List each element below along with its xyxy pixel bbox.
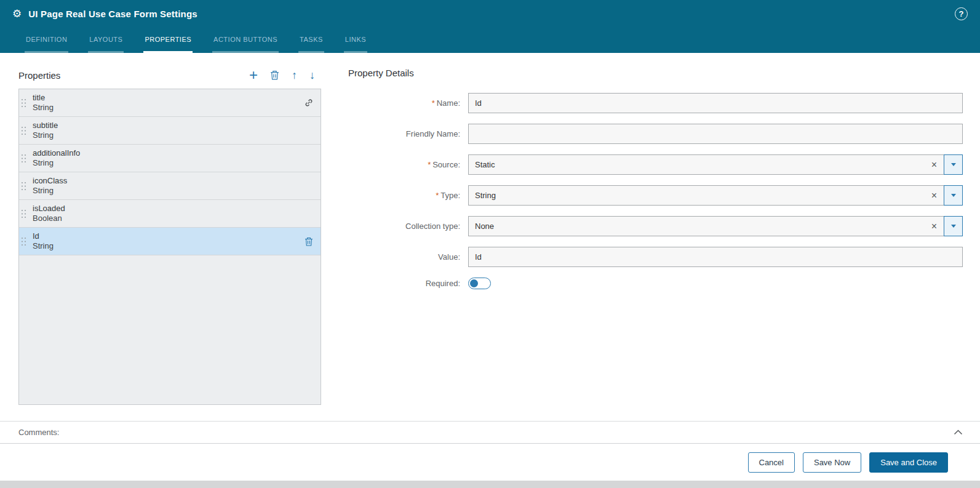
name-label: Name: <box>437 98 460 108</box>
action-bar: Cancel Save Now Save and Close <box>0 444 980 481</box>
main-content: Properties + ↑ ↓ title <box>0 53 980 421</box>
chevron-down-icon <box>951 163 956 166</box>
move-down-button[interactable]: ↓ <box>309 70 315 81</box>
required-row: Required: <box>348 278 963 289</box>
property-type: String <box>33 158 314 168</box>
source-label: Source: <box>432 160 460 169</box>
type-select: String × <box>468 185 963 206</box>
page-title: UI Page Real Use Case Form Settings <box>28 9 955 19</box>
bottom-edge-strip <box>0 481 980 488</box>
collection-type-value: None <box>475 222 928 231</box>
drag-handle-icon[interactable] <box>21 182 30 191</box>
comments-label: Comments: <box>18 428 59 437</box>
property-name: Id <box>33 231 303 241</box>
value-label: Value: <box>438 252 460 262</box>
property-name: additionalInfo <box>33 148 314 158</box>
help-icon[interactable]: ? <box>955 7 968 20</box>
required-marker: * <box>432 98 435 108</box>
property-name: subtitle <box>33 121 314 130</box>
property-list: title String subtitle String <box>18 89 321 405</box>
property-item-isLoaded[interactable]: isLoaded Boolean <box>19 200 321 228</box>
delete-property-button[interactable] <box>270 70 279 80</box>
settings-window: ⚙ UI Page Real Use Case Form Settings ? … <box>0 0 980 488</box>
collection-type-row: Collection type: None × <box>348 216 963 236</box>
tab-properties[interactable]: PROPERTIES <box>143 27 193 53</box>
property-name: isLoaded <box>33 204 314 214</box>
property-type: String <box>33 130 314 140</box>
collection-type-select: None × <box>468 216 963 236</box>
toggle-knob <box>470 279 478 287</box>
property-name: iconClass <box>33 176 314 186</box>
chevron-down-icon <box>951 194 956 197</box>
property-item-additionalInfo[interactable]: additionalInfo String <box>19 145 321 172</box>
name-row: *Name: <box>348 93 963 113</box>
save-and-close-button[interactable]: Save and Close <box>869 452 948 473</box>
clear-icon[interactable]: × <box>928 222 940 231</box>
property-details-form: *Name: Friendly Name: *S <box>348 93 963 300</box>
drag-handle-icon[interactable] <box>21 154 30 163</box>
properties-panel: Properties + ↑ ↓ title <box>18 68 321 421</box>
property-type: String <box>33 103 303 113</box>
value-row: Value: <box>348 247 963 267</box>
friendly-name-row: Friendly Name: <box>348 124 963 144</box>
value-field[interactable] <box>468 247 963 267</box>
trash-icon <box>270 70 279 80</box>
required-toggle[interactable] <box>468 278 491 289</box>
drag-handle-icon[interactable] <box>21 237 30 246</box>
property-type: String <box>33 186 314 196</box>
clear-icon[interactable]: × <box>928 160 940 170</box>
properties-toolbar: + ↑ ↓ <box>249 68 321 82</box>
tab-tasks[interactable]: TASKS <box>298 27 324 53</box>
type-row: *Type: String × <box>348 185 963 206</box>
save-now-button[interactable]: Save Now <box>803 452 861 473</box>
drag-handle-icon[interactable] <box>21 209 30 218</box>
collapse-comments-button[interactable] <box>954 430 963 435</box>
source-value: Static <box>475 160 928 169</box>
property-details-panel: Property Details *Name: Friendly Name: <box>348 68 963 421</box>
property-item-Id[interactable]: Id String <box>19 228 321 255</box>
required-label: Required: <box>426 279 460 288</box>
property-name: title <box>33 93 303 103</box>
chevron-down-icon <box>951 225 956 228</box>
comments-section: Comments: <box>0 421 980 444</box>
type-value: String <box>475 191 928 200</box>
required-marker: * <box>428 160 431 169</box>
move-up-button[interactable]: ↑ <box>292 70 297 81</box>
tab-layouts[interactable]: LAYOUTS <box>88 27 124 53</box>
property-item-iconClass[interactable]: iconClass String <box>19 172 321 200</box>
add-property-button[interactable]: + <box>249 68 258 82</box>
tab-action-buttons[interactable]: ACTION BUTTONS <box>212 27 279 53</box>
chevron-up-icon <box>954 430 963 435</box>
friendly-name-label: Friendly Name: <box>406 129 460 138</box>
collection-type-dropdown-button[interactable] <box>944 216 963 236</box>
clear-icon[interactable]: × <box>928 191 940 201</box>
property-item-subtitle[interactable]: subtitle String <box>19 117 321 145</box>
drag-handle-icon[interactable] <box>21 98 30 108</box>
name-field[interactable] <box>468 93 963 113</box>
type-label: Type: <box>440 191 460 200</box>
property-type: String <box>33 241 303 251</box>
property-type: Boolean <box>33 214 314 223</box>
type-dropdown-button[interactable] <box>944 185 963 206</box>
cancel-button[interactable]: Cancel <box>748 452 795 473</box>
friendly-name-field[interactable] <box>468 124 963 144</box>
collection-type-label: Collection type: <box>405 222 460 231</box>
properties-panel-title: Properties <box>18 70 60 81</box>
trash-icon <box>305 237 313 246</box>
tab-definition[interactable]: DEFINITION <box>25 27 68 53</box>
header: ⚙ UI Page Real Use Case Form Settings ? … <box>0 0 980 53</box>
link-icon[interactable] <box>303 97 314 108</box>
drag-handle-icon[interactable] <box>21 126 30 135</box>
required-marker: * <box>436 191 439 200</box>
source-select: Static × <box>468 154 963 175</box>
delete-row-button[interactable] <box>303 236 314 247</box>
gear-icon: ⚙ <box>12 9 22 19</box>
source-dropdown-button[interactable] <box>944 154 963 175</box>
tab-links[interactable]: LINKS <box>344 27 367 53</box>
tab-bar: DEFINITION LAYOUTS PROPERTIES ACTION BUT… <box>0 27 980 53</box>
source-row: *Source: Static × <box>348 154 963 175</box>
property-item-title[interactable]: title String <box>19 89 321 117</box>
property-details-title: Property Details <box>348 68 963 78</box>
